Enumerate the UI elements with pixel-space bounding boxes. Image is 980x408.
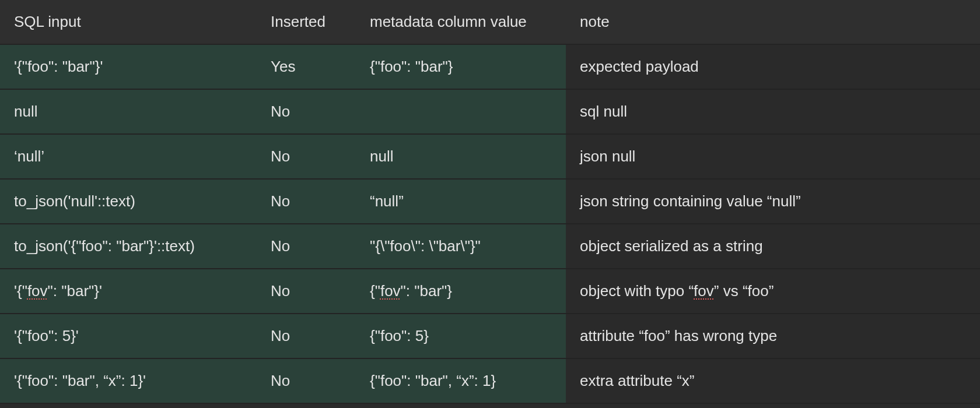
table-row: '{"fov": "bar"}' No {"fov": "bar"} objec… bbox=[0, 269, 980, 314]
text-fragment: {" bbox=[370, 282, 380, 300]
cell-inserted: No bbox=[257, 134, 356, 179]
cell-sql-input: to_json('null'::text) bbox=[0, 179, 257, 224]
cell-note: extra attribute “x” bbox=[566, 358, 980, 403]
cell-note: object serialized as a string bbox=[566, 224, 980, 269]
cell-metadata: {"foo": "bar"} bbox=[356, 44, 566, 89]
cell-sql-input: '{"foo": "bar", “x”: 1}' bbox=[0, 358, 257, 403]
cell-metadata: {"foo": "bar", “x”: 1} bbox=[356, 358, 566, 403]
cell-sql-input: null bbox=[0, 89, 257, 134]
cell-metadata: {"foo": 5} bbox=[356, 314, 566, 358]
header-note: note bbox=[566, 0, 980, 44]
cell-metadata: "{\"foo\": \"bar\"}" bbox=[356, 224, 566, 269]
cell-sql-input: '{"foo": "bar"}' bbox=[0, 44, 257, 89]
text-fragment: ": "bar"}' bbox=[48, 282, 102, 300]
table-row: '{"foo": "bar", “x”: 1}' No {"foo": "bar… bbox=[0, 358, 980, 403]
cell-sql-input: to_json('{"foo": "bar"}'::text) bbox=[0, 224, 257, 269]
cell-inserted: No bbox=[257, 224, 356, 269]
text-fragment: ": "bar"} bbox=[401, 282, 452, 300]
cell-inserted: Yes bbox=[257, 44, 356, 89]
text-fragment: ” vs “foo” bbox=[714, 282, 774, 300]
table-row: '{"foo": 5}' No {"foo": 5} attribute “fo… bbox=[0, 314, 980, 358]
cell-inserted: No bbox=[257, 179, 356, 224]
typo-word: fov bbox=[694, 282, 714, 300]
cell-metadata: “null” bbox=[356, 179, 566, 224]
cell-inserted: No bbox=[257, 314, 356, 358]
cell-inserted: No bbox=[257, 358, 356, 403]
typo-word: fov bbox=[27, 282, 48, 300]
cell-note: attribute “foo” has wrong type bbox=[566, 314, 980, 358]
header-inserted: Inserted bbox=[257, 0, 356, 44]
table-row: '{"foo": "bar"}' Yes {"foo": "bar"} expe… bbox=[0, 44, 980, 89]
header-metadata: metadata column value bbox=[356, 0, 566, 44]
cell-sql-input: '{"fov": "bar"}' bbox=[0, 269, 257, 314]
cell-note: object with typo “fov” vs “foo” bbox=[566, 269, 980, 314]
cell-metadata: null bbox=[356, 134, 566, 179]
typo-word: fov bbox=[380, 282, 401, 300]
table-row: to_json('null'::text) No “null” json str… bbox=[0, 179, 980, 224]
table-row: ‘null’ No null json null bbox=[0, 134, 980, 179]
cell-sql-input: '{"foo": 5}' bbox=[0, 314, 257, 358]
cell-note: sql null bbox=[566, 89, 980, 134]
cell-inserted: No bbox=[257, 269, 356, 314]
cell-note: json null bbox=[566, 134, 980, 179]
cell-note: json string containing value “null” bbox=[566, 179, 980, 224]
cell-metadata: {"fov": "bar"} bbox=[356, 269, 566, 314]
cell-inserted: No bbox=[257, 89, 356, 134]
cell-note: expected payload bbox=[566, 44, 980, 89]
cell-metadata bbox=[356, 89, 566, 134]
table-row: to_json('{"foo": "bar"}'::text) No "{\"f… bbox=[0, 224, 980, 269]
cell-sql-input: ‘null’ bbox=[0, 134, 257, 179]
table-row: null No sql null bbox=[0, 89, 980, 134]
table-header-row: SQL input Inserted metadata column value… bbox=[0, 0, 980, 44]
sql-examples-table: SQL input Inserted metadata column value… bbox=[0, 0, 980, 404]
header-sql-input: SQL input bbox=[0, 0, 257, 44]
text-fragment: '{" bbox=[14, 282, 27, 300]
text-fragment: object with typo “ bbox=[580, 282, 694, 300]
